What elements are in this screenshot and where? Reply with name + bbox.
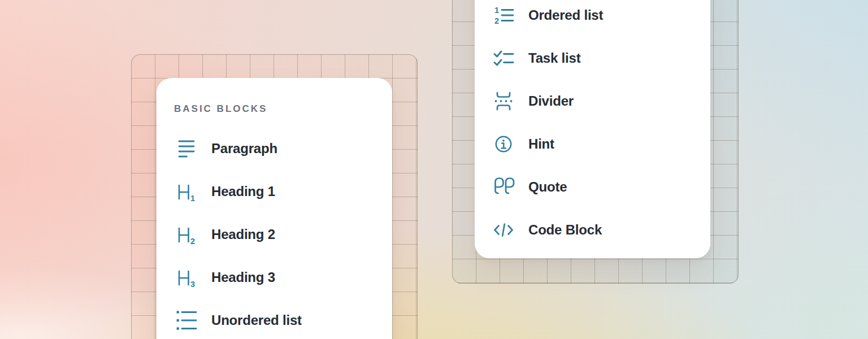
svg-text:3: 3: [190, 280, 195, 289]
menu-item-label: Heading 1: [211, 180, 275, 203]
menu-item-label: Heading 2: [211, 223, 275, 246]
menu-item-label: Task list: [528, 47, 580, 69]
menu-item-label: Quote: [528, 176, 567, 198]
svg-text:1: 1: [190, 194, 195, 203]
menu-item-heading-2[interactable]: 2Heading 2: [157, 223, 392, 246]
block-menu-screenshot: BASIC BLOCKS Paragraph 1Heading 1 2Headi…: [0, 0, 868, 339]
menu-item-label: Unordered list: [211, 309, 302, 332]
menu-item-code-block[interactable]: Code Block: [475, 219, 710, 241]
svg-text:2: 2: [190, 237, 195, 246]
menu-item-heading-3[interactable]: 3Heading 3: [157, 266, 392, 289]
menu-item-label: Code Block: [528, 219, 602, 241]
code-block-icon: [492, 219, 515, 241]
divider-icon: [492, 90, 515, 112]
menu-item-paragraph[interactable]: Paragraph: [157, 137, 392, 160]
svg-text:1: 1: [494, 6, 499, 15]
menu-item-label: Paragraph: [211, 137, 277, 160]
menu-item-ordered-list[interactable]: 12Ordered list: [475, 4, 710, 27]
hint-icon: [492, 133, 515, 155]
quote-icon: [492, 176, 515, 198]
heading-2-icon: 2: [175, 223, 198, 246]
menu-item-label: Divider: [528, 90, 574, 112]
menu-item-heading-1[interactable]: 1Heading 1: [157, 180, 392, 203]
menu-item-divider[interactable]: Divider: [475, 90, 710, 112]
menu-item-label: Heading 3: [211, 266, 275, 289]
paragraph-icon: [175, 137, 198, 160]
heading-1-icon: 1: [175, 180, 198, 203]
unordered-list-icon: [175, 309, 198, 332]
menu-item-quote[interactable]: Quote: [475, 176, 710, 198]
menu-item-unordered-list[interactable]: Unordered list: [157, 309, 392, 332]
task-list-icon: [492, 47, 515, 69]
ordered-list-icon: 12: [492, 4, 515, 27]
menu-item-task-list[interactable]: Task list: [475, 47, 710, 69]
svg-text:2: 2: [494, 16, 499, 25]
menu-item-label: Hint: [528, 133, 554, 155]
heading-3-icon: 3: [175, 266, 198, 289]
menu-item-label: Ordered list: [528, 4, 603, 27]
blocks-panel-continued: 12Ordered list Task list Divider Hint Qu…: [475, 0, 710, 258]
basic-blocks-panel: BASIC BLOCKS Paragraph 1Heading 1 2Headi…: [157, 78, 392, 339]
basic-blocks-list: Paragraph 1Heading 1 2Heading 2 3Heading…: [157, 137, 392, 332]
more-blocks-list: 12Ordered list Task list Divider Hint Qu…: [475, 4, 710, 241]
panel-section-header: BASIC BLOCKS: [174, 103, 392, 115]
menu-item-hint[interactable]: Hint: [475, 133, 710, 155]
